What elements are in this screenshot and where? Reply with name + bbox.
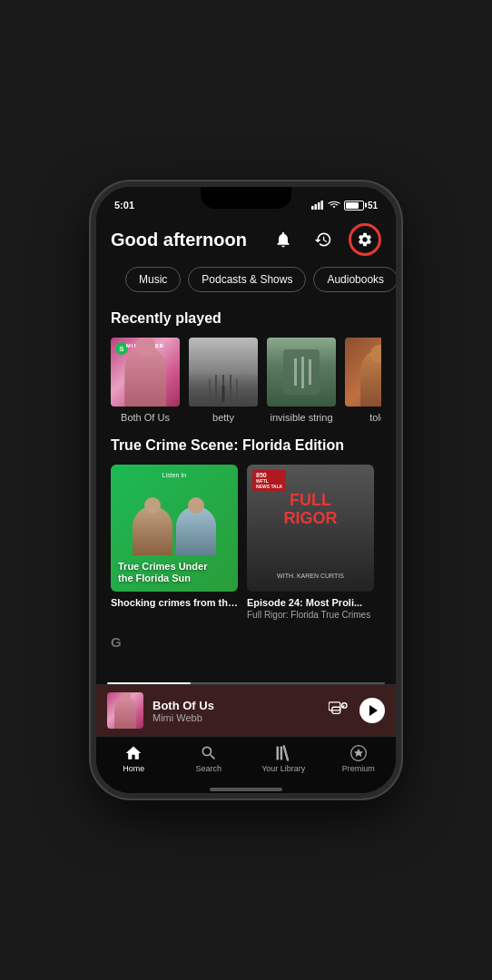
now-playing-content: Both Of Us Mimi Webb (96, 684, 396, 736)
betty-figures (222, 386, 225, 402)
podcast-ep-sub-full-rigor: Full Rigor: Florida True Crimes (247, 610, 374, 620)
settings-button[interactable] (349, 223, 381, 256)
home-indicator-bar (210, 788, 282, 791)
screen: 5:01 51 (96, 187, 396, 793)
recent-label-both-of-us: Both Of Us (111, 412, 180, 423)
svg-rect-2 (318, 202, 320, 210)
premium-icon (349, 744, 368, 762)
svg-rect-0 (311, 206, 314, 210)
podcast-ep-title-full-rigor: Episode 24: Most Proli... (247, 597, 374, 608)
partial-section-label: G (96, 634, 396, 657)
filter-tab-podcasts[interactable]: Podcasts & Shows (188, 267, 306, 292)
greeting-text: Good afternoon (111, 230, 247, 250)
header: Good afternoon (96, 214, 396, 310)
podcast-item-full-rigor[interactable]: 850 WFTL NEWS TALK FULLRIGOR WITH. KAREN… (247, 465, 374, 620)
podcast-ep-title-florida: Shocking crimes from the Sunshine State,… (111, 597, 238, 608)
podcast-person-1 (133, 506, 172, 555)
play-pause-button[interactable] (359, 698, 385, 723)
nav-premium[interactable]: Premium (336, 744, 381, 773)
nav-home[interactable]: Home (111, 744, 156, 773)
now-playing-controls (329, 698, 385, 723)
nav-home-label: Home (123, 764, 144, 773)
home-indicator (96, 784, 396, 793)
bell-button[interactable] (269, 225, 298, 254)
header-icons (269, 223, 381, 256)
now-playing-album-art (107, 692, 143, 729)
now-playing-info: Both Of Us Mimi Webb (153, 699, 320, 723)
battery-fill (346, 202, 359, 209)
album-art-toler (345, 338, 381, 407)
home-icon (124, 744, 143, 762)
recently-played-grid[interactable]: S MIMI WEBB Both Of Us betty (111, 338, 381, 423)
nav-library-label: Your Library (261, 764, 305, 773)
podcast-section-title: True Crime Scene: Florida Edition (111, 437, 381, 454)
podcast-person-2 (176, 506, 216, 555)
nav-premium-label: Premium (342, 764, 375, 773)
battery-percentage: 51 (368, 201, 378, 211)
signal-icon (311, 201, 324, 210)
battery-icon (344, 201, 364, 211)
radio-badge: 850 WFTL NEWS TALK (252, 470, 286, 491)
header-top: Good afternoon (111, 223, 381, 256)
recent-item-betty[interactable]: betty (189, 338, 258, 423)
podcast-art-full-rigor: 850 WFTL NEWS TALK FULLRIGOR WITH. KAREN… (247, 465, 374, 592)
time-display: 5:01 (114, 200, 134, 211)
album-art-person (124, 348, 166, 407)
svg-rect-1 (314, 204, 317, 210)
filter-tabs: Music Podcasts & Shows Audiobooks (111, 267, 381, 303)
podcast-art-florida-text: True Crimes Underthe Florida Sun (118, 561, 231, 584)
filter-tab-music[interactable]: Music (125, 267, 181, 292)
library-icon (274, 744, 292, 762)
podcast-item-florida-sun[interactable]: Listen In True Crimes Underthe Florida S… (111, 465, 238, 620)
podcast-art-florida-sun: Listen In True Crimes Underthe Florida S… (111, 465, 238, 592)
recently-played-title: Recently played (111, 310, 381, 327)
connect-devices-button[interactable] (329, 701, 349, 720)
status-icons: 51 (311, 201, 378, 211)
podcast-people (111, 506, 238, 555)
recent-item-both-of-us[interactable]: S MIMI WEBB Both Of Us (111, 338, 180, 423)
now-playing-bar[interactable]: Both Of Us Mimi Webb (96, 682, 396, 736)
recent-label-invisible-string: invisible string (267, 412, 336, 423)
history-button[interactable] (309, 225, 338, 254)
recently-played-section: Recently played S MIMI WEBB Both Of Us (96, 310, 396, 437)
search-icon (200, 744, 218, 762)
svg-rect-4 (329, 702, 340, 710)
notch (201, 187, 291, 209)
nav-search[interactable]: Search (186, 744, 231, 773)
filter-tab-audiobooks[interactable]: Audiobooks (313, 267, 396, 292)
nav-search-label: Search (195, 764, 221, 773)
album-art-both-of-us: S MIMI WEBB (111, 338, 180, 407)
bottom-nav: Home Search Your Library (96, 736, 396, 784)
svg-rect-8 (280, 747, 283, 760)
recent-label-toler: toler (345, 412, 381, 423)
now-playing-title: Both Of Us (153, 699, 320, 712)
content-area[interactable]: Good afternoon (96, 214, 396, 682)
phone-frame: 5:01 51 (91, 181, 401, 799)
svg-rect-3 (320, 201, 323, 210)
wifi-icon (328, 201, 340, 210)
recent-label-betty: betty (189, 412, 258, 423)
album-art-betty (189, 338, 258, 407)
recent-item-invisible-string[interactable]: invisible string (267, 338, 336, 423)
nav-library[interactable]: Your Library (261, 744, 306, 773)
full-rigor-text: FULLRIGOR (247, 492, 374, 528)
album-art-invisible-string (267, 338, 336, 407)
now-playing-artist: Mimi Webb (153, 712, 320, 723)
podcast-grid[interactable]: Listen In True Crimes Underthe Florida S… (111, 465, 381, 620)
recent-item-toler[interactable]: toler (345, 338, 381, 423)
now-playing-album-person (114, 698, 136, 729)
svg-rect-7 (277, 747, 280, 760)
podcast-section: True Crime Scene: Florida Edition Listen… (96, 437, 396, 634)
full-rigor-sub: WITH. KAREN CURTIS (247, 573, 374, 579)
